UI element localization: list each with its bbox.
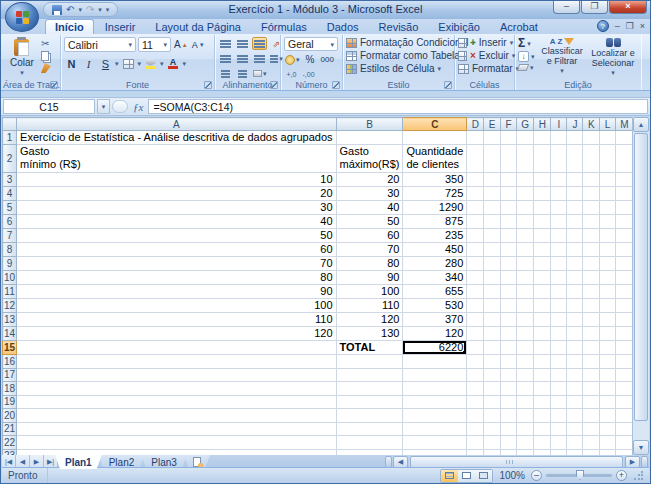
office-button[interactable] (5, 2, 39, 32)
undo-dropdown-icon[interactable]: ▾ (78, 6, 82, 14)
cell-E19[interactable] (484, 395, 501, 409)
cell-E21[interactable] (484, 422, 501, 436)
cell-B13[interactable]: 120 (336, 313, 403, 327)
cell-K2[interactable] (583, 145, 600, 173)
cell-M14[interactable] (616, 327, 634, 341)
cell-L7[interactable] (600, 229, 616, 243)
cell-B22[interactable] (336, 436, 403, 450)
page-break-view-button[interactable] (475, 470, 492, 482)
cell-B1[interactable] (336, 131, 403, 145)
cell-F6[interactable] (500, 215, 516, 229)
cell-G8[interactable] (517, 243, 534, 257)
cell-J1[interactable] (567, 131, 583, 145)
cell-L21[interactable] (600, 422, 616, 436)
ribbon-tab[interactable]: Exibição (429, 20, 489, 34)
cell-A17[interactable] (17, 368, 336, 382)
cell-B8[interactable]: 70 (336, 243, 403, 257)
cell-C8[interactable]: 450 (403, 243, 467, 257)
ribbon-tab[interactable]: Layout da Página (146, 20, 250, 34)
cell-I1[interactable] (551, 131, 567, 145)
cell-H11[interactable] (534, 285, 551, 299)
cell-F18[interactable] (500, 382, 516, 396)
cell-G18[interactable] (517, 382, 534, 396)
cell-E18[interactable] (484, 382, 501, 396)
minimize-button[interactable]: – (553, 1, 580, 14)
cell-A20[interactable] (17, 409, 336, 423)
underline-button[interactable]: S (98, 57, 113, 70)
cell-C3[interactable]: 350 (403, 173, 467, 187)
format-as-table-button[interactable]: Formatar como Tabela ▾ (346, 50, 451, 61)
cell-C6[interactable]: 875 (403, 215, 467, 229)
row-header-9[interactable]: 9 (3, 257, 17, 271)
cell-B20[interactable] (336, 409, 403, 423)
cell-G6[interactable] (517, 215, 534, 229)
cell-J21[interactable] (567, 422, 583, 436)
column-header-D[interactable]: D (467, 118, 484, 131)
sort-filter-button[interactable]: A Z Classificar e Filtrar ▾ (539, 37, 586, 79)
row-header-22[interactable]: 22 (3, 436, 17, 450)
cell-F2[interactable] (500, 145, 516, 173)
cell-C18[interactable] (403, 382, 467, 396)
cell-J18[interactable] (567, 382, 583, 396)
cell-D10[interactable] (467, 271, 484, 285)
column-header-E[interactable]: E (484, 118, 501, 131)
cell-B11[interactable]: 100 (336, 285, 403, 299)
autosum-button[interactable]: Σ▾ (518, 37, 535, 49)
column-header-C[interactable]: C (403, 118, 467, 131)
align-top-button[interactable] (218, 37, 233, 50)
ribbon-tab[interactable]: Início (45, 19, 94, 34)
cell-K11[interactable] (583, 285, 600, 299)
select-all-corner[interactable] (3, 118, 17, 131)
cell-B15[interactable]: TOTAL (336, 341, 403, 355)
cell-M2[interactable] (616, 145, 634, 173)
cell-M13[interactable] (616, 313, 634, 327)
cell-F11[interactable] (500, 285, 516, 299)
cell-C4[interactable]: 725 (403, 187, 467, 201)
cell-K12[interactable] (583, 299, 600, 313)
cell-I19[interactable] (551, 395, 567, 409)
cell-B16[interactable] (336, 355, 403, 369)
borders-dropdown-icon[interactable]: ▾ (138, 60, 142, 67)
cell-I6[interactable] (551, 215, 567, 229)
cell-B17[interactable] (336, 368, 403, 382)
cell-G5[interactable] (517, 201, 534, 215)
delete-cells-button[interactable]: × Excluir ▾ (458, 50, 511, 61)
cell-A22[interactable] (17, 436, 336, 450)
cell-B7[interactable]: 60 (336, 229, 403, 243)
cell-E6[interactable] (484, 215, 501, 229)
cell-A13[interactable]: 110 (17, 313, 336, 327)
cell-J9[interactable] (567, 257, 583, 271)
align-middle-button[interactable] (235, 37, 250, 50)
cell-B18[interactable] (336, 382, 403, 396)
cell-E16[interactable] (484, 355, 501, 369)
row-header-17[interactable]: 17 (3, 368, 17, 382)
format-cells-button[interactable]: Formatar ▾ (458, 63, 511, 74)
row-header-7[interactable]: 7 (3, 229, 17, 243)
cell-I13[interactable] (551, 313, 567, 327)
row-header-21[interactable]: 21 (3, 422, 17, 436)
row-header-20[interactable]: 20 (3, 409, 17, 423)
cell-D4[interactable] (467, 187, 484, 201)
cell-H3[interactable] (534, 173, 551, 187)
maximize-button[interactable]: ❐ (581, 1, 608, 14)
cell-G3[interactable] (517, 173, 534, 187)
cell-E12[interactable] (484, 299, 501, 313)
name-box-dropdown-icon[interactable]: ▾ (97, 99, 110, 114)
font-color-button[interactable]: A (166, 57, 181, 70)
row-header-1[interactable]: 1 (3, 131, 17, 145)
cell-H22[interactable] (534, 436, 551, 450)
cell-C19[interactable] (403, 395, 467, 409)
cell-H4[interactable] (534, 187, 551, 201)
cell-M8[interactable] (616, 243, 634, 257)
scroll-down-icon[interactable]: ▼ (633, 440, 649, 455)
borders-button[interactable] (121, 57, 136, 70)
zoom-out-icon[interactable]: – (531, 470, 542, 481)
cell-F7[interactable] (500, 229, 516, 243)
cell-K19[interactable] (583, 395, 600, 409)
cell-H18[interactable] (534, 382, 551, 396)
cell-E15[interactable] (484, 341, 501, 355)
cell-C15[interactable]: 6220 (403, 341, 467, 355)
cell-A14[interactable]: 120 (17, 327, 336, 341)
insert-function-icon[interactable]: ƒx (130, 101, 146, 113)
cell-B12[interactable]: 110 (336, 299, 403, 313)
